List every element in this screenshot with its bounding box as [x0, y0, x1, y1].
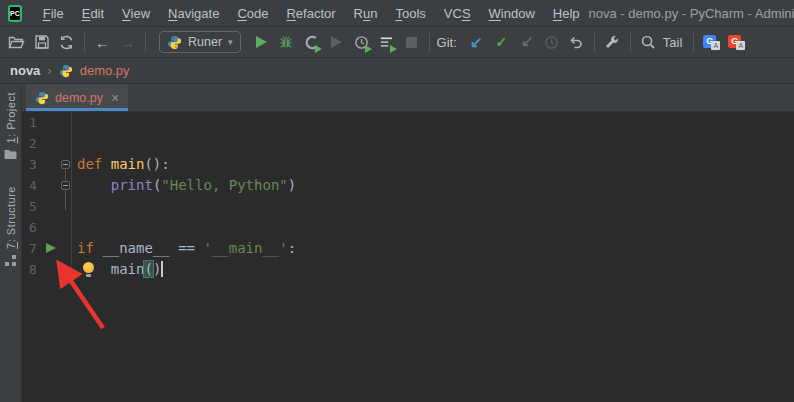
mini-play-icon — [315, 45, 322, 53]
git-update-button[interactable]: ↙ — [464, 30, 489, 54]
open-file-button[interactable] — [4, 30, 29, 54]
toolbar: ← → Runer ▾ Git: ↙ ✓ — [0, 27, 794, 58]
run-configuration-label: Runer — [188, 35, 222, 49]
back-arrow-icon: ← — [95, 35, 110, 50]
search-label: Tail — [663, 35, 683, 50]
translate-orange-button[interactable]: G A — [728, 35, 745, 50]
code-editor[interactable]: 123def main():4 print("Hello, Python")56… — [22, 112, 794, 402]
menu-item-vcs[interactable]: VCS — [435, 3, 480, 24]
save-all-button[interactable] — [29, 30, 54, 54]
git-rollback-button[interactable] — [564, 30, 589, 54]
menu-item-tools[interactable]: Tools — [386, 3, 434, 24]
python-file-icon — [35, 91, 49, 105]
toolbar-separator — [145, 33, 146, 52]
run-play-icon — [256, 36, 267, 48]
chevron-down-icon: ▾ — [228, 37, 233, 47]
sync-icon — [58, 34, 75, 51]
line-number: 6 — [22, 217, 72, 238]
history-clock-icon — [544, 35, 559, 50]
save-icon — [34, 34, 50, 50]
git-merge-button[interactable] — [514, 30, 539, 54]
breadcrumb-file[interactable]: demo.py — [80, 63, 130, 78]
git-update-icon: ↙ — [470, 33, 483, 51]
git-commit-button[interactable]: ✓ — [489, 30, 514, 54]
code-text — [72, 217, 77, 238]
editor-column: demo.py × 123def main():4 print("Hello, … — [22, 84, 794, 402]
code-text: print("Hello, Python") — [72, 175, 296, 196]
translate-blue-button[interactable]: G A — [703, 35, 720, 50]
translate-text-icon: A — [711, 41, 720, 50]
search-icon — [640, 34, 656, 50]
intention-bulb-icon[interactable] — [83, 262, 94, 277]
code-text: def main(): — [72, 154, 170, 175]
code-text — [72, 196, 77, 217]
translate-text-icon: A — [736, 41, 745, 50]
code-line-7[interactable]: 7if __name__ == '__main__': — [22, 238, 794, 259]
menu-item-run[interactable]: Run — [345, 3, 387, 24]
code-line-8[interactable]: 8 main() — [22, 259, 794, 280]
wrench-icon — [604, 34, 620, 50]
menu-item-navigate[interactable]: Navigate — [159, 3, 228, 24]
menu-item-edit[interactable]: Edit — [73, 3, 113, 24]
main-area: 1: Project 7: Structure demo.py × 123def… — [0, 84, 794, 402]
fold-marker-icon[interactable] — [61, 160, 70, 169]
settings-button[interactable] — [600, 30, 625, 54]
fold-marker-icon[interactable] — [61, 181, 70, 190]
pycharm-logo-icon: PC — [8, 5, 22, 22]
search-everywhere-button[interactable] — [636, 30, 661, 54]
window-title: nova - demo.py - PyCharm - Administrator — [589, 6, 794, 21]
git-commit-icon: ✓ — [495, 34, 507, 50]
structure-stripe-label: 7: Structure — [5, 186, 17, 249]
code-line-1[interactable]: 1 — [22, 112, 794, 133]
open-folder-icon — [8, 34, 25, 51]
menu-item-view[interactable]: View — [113, 3, 159, 24]
menu-item-code[interactable]: Code — [228, 3, 277, 24]
toolbar-separator — [594, 33, 595, 52]
toolbar-separator — [84, 33, 85, 52]
code-line-5[interactable]: 5 — [22, 196, 794, 217]
profile-button[interactable] — [324, 30, 349, 54]
text-cursor — [161, 261, 163, 277]
bug-icon — [278, 34, 294, 50]
line-number: 2 — [22, 133, 72, 154]
run-with-coverage-button[interactable] — [299, 30, 324, 54]
tab-label: demo.py — [55, 91, 103, 105]
code-line-4[interactable]: 4 print("Hello, Python") — [22, 175, 794, 196]
gutter-run-icon[interactable] — [46, 243, 56, 253]
menu-item-file[interactable]: File — [34, 3, 73, 24]
pycharm-window: PC FileEditViewNavigateCodeRefactorRunTo… — [0, 0, 794, 402]
run-configuration-select[interactable]: Runer ▾ — [159, 31, 241, 53]
structure-icon — [5, 255, 16, 266]
run-with-profiler-button[interactable] — [349, 30, 374, 54]
menu-items: FileEditViewNavigateCodeRefactorRunTools… — [34, 3, 589, 24]
git-history-button[interactable] — [539, 30, 564, 54]
run-with-parameters-button[interactable] — [374, 30, 399, 54]
forward-button[interactable]: → — [115, 30, 140, 54]
mini-play-icon — [365, 45, 372, 53]
mini-play-icon — [390, 45, 397, 53]
python-file-icon — [59, 64, 73, 78]
rollback-undo-icon — [568, 34, 584, 50]
sidebar-item-project[interactable]: 1: Project — [4, 92, 17, 160]
stop-button[interactable] — [399, 30, 424, 54]
menu-item-refactor[interactable]: Refactor — [277, 3, 344, 24]
code-line-2[interactable]: 2 — [22, 133, 794, 154]
tab-demo-py[interactable]: demo.py × — [26, 84, 128, 111]
debug-button[interactable] — [274, 30, 299, 54]
run-button[interactable] — [249, 30, 274, 54]
synchronize-button[interactable] — [54, 30, 79, 54]
code-line-3[interactable]: 3def main(): — [22, 154, 794, 175]
menu-item-help[interactable]: Help — [544, 3, 589, 24]
menu-bar: PC FileEditViewNavigateCodeRefactorRunTo… — [0, 0, 794, 27]
toolbar-separator — [693, 33, 694, 52]
close-icon[interactable]: × — [111, 91, 119, 105]
git-label: Git: — [437, 35, 457, 50]
menu-item-window[interactable]: Window — [480, 3, 544, 24]
editor-tab-bar: demo.py × — [22, 84, 794, 112]
code-line-6[interactable]: 6 — [22, 217, 794, 238]
breadcrumb-project[interactable]: nova — [10, 63, 40, 78]
back-button[interactable]: ← — [90, 30, 115, 54]
sidebar-item-structure[interactable]: 7: Structure — [5, 186, 17, 266]
forward-arrow-icon: → — [120, 35, 135, 50]
project-stripe-label: 1: Project — [5, 92, 17, 143]
